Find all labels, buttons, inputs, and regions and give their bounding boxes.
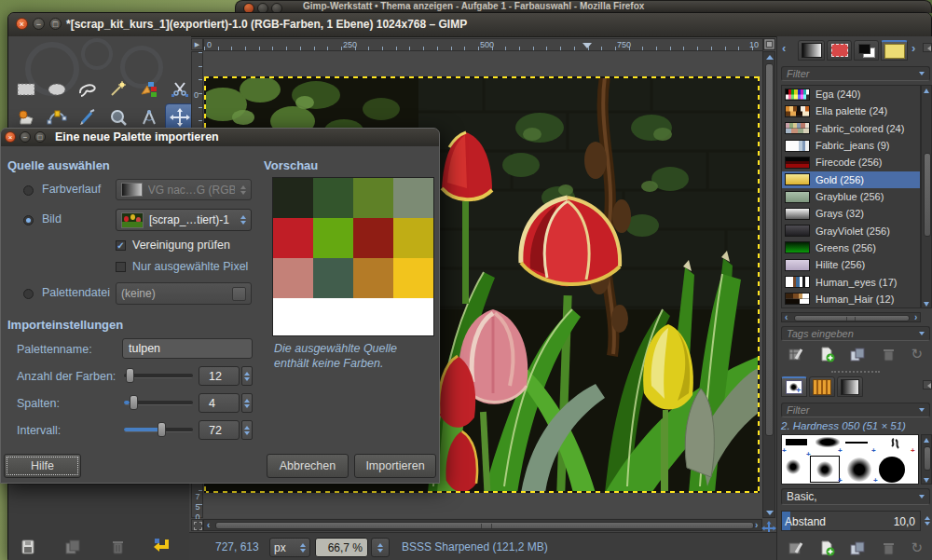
brushes-filter-input[interactable]: Filter: [781, 403, 930, 417]
palette-row[interactable]: Firecode (256): [782, 154, 920, 171]
tab-gradients[interactable]: [798, 40, 825, 61]
num-colors-slider[interactable]: [124, 368, 193, 383]
gimp-titlebar[interactable]: × − □ *[scrap_kit_kurs_1](exportiert)-1.…: [8, 13, 931, 37]
dialog-minimize-icon[interactable]: −: [20, 131, 31, 143]
tool-rect-select[interactable]: [12, 77, 40, 102]
quick-mask-toggle[interactable]: [191, 519, 203, 531]
ruler-corner-menu-button[interactable]: ▶: [191, 38, 203, 50]
tags-input[interactable]: Tags eingeben: [781, 326, 930, 341]
brush-line[interactable]: [845, 442, 868, 444]
palettes-filter-input[interactable]: Filter: [781, 66, 930, 81]
tool-fuzzy-select[interactable]: [104, 77, 132, 102]
brush-hard-circle[interactable]: [879, 457, 905, 483]
canvas-vscrollbar[interactable]: [762, 51, 775, 518]
gimp-close-icon[interactable]: ×: [16, 18, 28, 30]
brush-selected-cell[interactable]: [810, 456, 840, 483]
horizontal-ruler[interactable]: 0 250 500 750 10: [203, 38, 763, 51]
palette-list-vscrollbar[interactable]: [921, 85, 932, 308]
palette-file-radio[interactable]: [23, 289, 34, 299]
zoom-follow-window-icon[interactable]: [763, 38, 775, 50]
palette-list[interactable]: Ega (240) Ella palette (24) Fabric_color…: [781, 85, 921, 308]
duplicate-brush-icon[interactable]: [850, 540, 866, 556]
spacing-slider[interactable]: Abstand 10,0: [781, 511, 921, 531]
revert-icon[interactable]: [152, 537, 172, 555]
gradient-combo[interactable]: VG nac…G (RGB): [116, 179, 252, 200]
edit-brush-icon[interactable]: [788, 540, 804, 556]
palette-row[interactable]: Fabric_jeans (9): [782, 137, 920, 154]
columns-slider[interactable]: [124, 395, 193, 410]
palette-file-browse-button[interactable]: [232, 287, 246, 301]
dock-tabs-scroll-right-icon[interactable]: ›: [911, 44, 915, 53]
brush-grid-vscrollbar[interactable]: [921, 434, 932, 485]
tool-perspective-clone[interactable]: [12, 105, 40, 130]
tool-zoom[interactable]: [104, 105, 132, 130]
tool-scissors-select[interactable]: [166, 77, 194, 102]
brush-dock-menu-button[interactable]: [923, 380, 932, 389]
palette-row[interactable]: Hilite (256): [782, 256, 920, 273]
palette-file-combo[interactable]: (keine): [116, 282, 252, 305]
tool-paintbrush[interactable]: [74, 105, 102, 130]
palette-list-vscrollbar-thumb[interactable]: [924, 153, 931, 237]
gimp-maximize-icon[interactable]: □: [49, 18, 62, 30]
dock-tabs-scroll-left-icon[interactable]: ‹: [782, 44, 786, 53]
duplicate-palette-icon[interactable]: [850, 347, 866, 362]
dialog-titlebar[interactable]: × − □ Eine neue Palette importieren: [1, 129, 439, 146]
unit-select[interactable]: px: [269, 538, 310, 557]
new-brush-icon[interactable]: [819, 540, 835, 556]
canvas-vscrollbar-thumb[interactable]: [765, 63, 774, 436]
brush-block[interactable]: [786, 439, 807, 445]
tab-brushes[interactable]: +: [781, 376, 807, 397]
interval-spinner[interactable]: [241, 420, 253, 440]
tab-palettes[interactable]: [881, 40, 908, 61]
scroll-down-icon[interactable]: [766, 511, 774, 515]
palette-row[interactable]: Fabric_colored (24): [782, 120, 920, 137]
dock-splitter[interactable]: [831, 371, 880, 373]
spacing-spinner[interactable]: [923, 512, 932, 529]
dialog-maximize-icon[interactable]: □: [34, 131, 46, 143]
delete-icon[interactable]: [109, 539, 126, 555]
refresh-palettes-icon[interactable]: ↻: [911, 346, 923, 362]
palette-row[interactable]: Human_eyes (17): [782, 273, 920, 290]
dock-menu-button[interactable]: [923, 43, 932, 52]
palette-row[interactable]: GrayViolet (256): [782, 223, 920, 239]
delete-palette-icon[interactable]: [881, 347, 897, 362]
palette-row[interactable]: Ega (240): [782, 86, 920, 102]
columns-spinbox[interactable]: 4: [199, 393, 240, 413]
brush-soft-small[interactable]: [786, 459, 801, 474]
new-palette-icon[interactable]: [819, 347, 835, 362]
tool-ellipse-select[interactable]: [43, 77, 71, 102]
palette-row[interactable]: Human_Hair (12): [782, 291, 920, 307]
selected-pixels-checkbox[interactable]: [116, 262, 126, 272]
brush-clipboard[interactable]: [886, 437, 903, 450]
tab-colors[interactable]: [854, 40, 879, 61]
brush-grid-vscrollbar-thumb[interactable]: [924, 446, 931, 471]
interval-spinbox[interactable]: 72: [199, 420, 240, 440]
duplicate-icon[interactable]: [64, 539, 81, 555]
canvas-hscrollbar[interactable]: ‹ ›: [203, 519, 762, 531]
scroll-left-icon[interactable]: ‹: [207, 521, 210, 530]
palette-row[interactable]: Grayblue (256): [782, 188, 920, 205]
num-colors-spinbox[interactable]: 12: [199, 366, 240, 386]
scroll-up-icon[interactable]: [766, 55, 774, 60]
brush-group-select[interactable]: Basic,: [781, 488, 930, 505]
num-colors-spinner[interactable]: [241, 366, 253, 386]
tool-select-by-color[interactable]: [135, 77, 163, 102]
brush-soft-medium[interactable]: [847, 458, 871, 482]
tool-free-select[interactable]: [74, 77, 102, 102]
palette-list-hscrollbar[interactable]: ‹ ›: [781, 312, 921, 322]
scroll-right-icon[interactable]: ›: [755, 521, 758, 530]
tab-gradients-2[interactable]: [837, 376, 863, 397]
image-combo[interactable]: [scrap_…tiert)-1: [116, 209, 252, 231]
image-radio[interactable]: [23, 215, 34, 225]
brush-ellipse[interactable]: [816, 437, 840, 447]
palette-row[interactable]: Grays (32): [782, 205, 920, 222]
gradient-radio[interactable]: [23, 185, 34, 196]
merged-checkbox[interactable]: ✓: [116, 240, 126, 251]
palette-row-selected[interactable]: Gold (256): [782, 171, 920, 188]
tab-patterns[interactable]: [827, 40, 852, 61]
palette-row[interactable]: Greens (256): [782, 239, 920, 256]
tool-measure[interactable]: [135, 105, 163, 130]
cancel-button[interactable]: Abbrechen: [267, 454, 349, 478]
interval-slider[interactable]: [124, 422, 193, 437]
brush-grid[interactable]: + + + + + + +: [781, 434, 919, 485]
